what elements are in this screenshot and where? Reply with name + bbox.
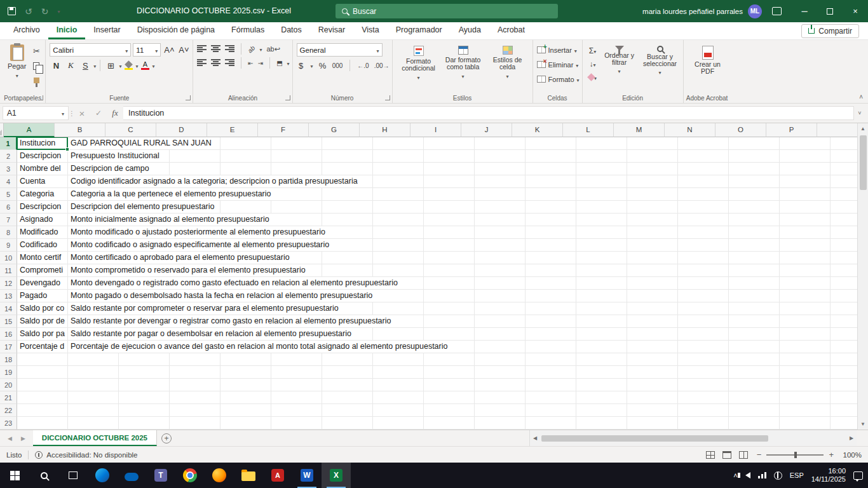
merge-center-icon[interactable]: ⬒ [276, 60, 282, 67]
row-header-7[interactable]: 7 [0, 214, 17, 226]
comma-format-button[interactable]: 000 [332, 62, 343, 69]
page-break-view-button[interactable] [739, 451, 748, 459]
row-header-12[interactable]: 12 [0, 277, 17, 290]
row-cells-17[interactable]: Porcentaje dPorcentaje de ejecucion o av… [17, 341, 868, 353]
row-header-10[interactable]: 10 [0, 252, 17, 264]
borders-button[interactable]: ⊞ [104, 59, 117, 72]
sort-filter-button[interactable]: Ordenar y filtrar [599, 43, 640, 75]
column-header-H[interactable]: H [360, 123, 410, 137]
wrap-text-icon[interactable]: ab↩ [267, 45, 280, 53]
cell-B16[interactable]: Saldo restante por pagar o desembolsar e… [68, 328, 354, 340]
format-painter-button[interactable] [30, 74, 43, 86]
row-cells-7[interactable]: AsignadoMonto inicialmente asignado al e… [17, 214, 868, 226]
globe-icon[interactable] [774, 471, 782, 480]
enter-button[interactable] [90, 106, 107, 120]
task-view-button[interactable] [58, 463, 88, 488]
tab-fórmulas[interactable]: Fórmulas [223, 22, 273, 39]
cell-A2[interactable]: Descripcion [17, 150, 67, 162]
cell-A6[interactable]: Descripcion [17, 201, 67, 213]
cell-A4[interactable]: Cuenta [17, 175, 67, 187]
file-explorer-button[interactable] [234, 463, 263, 488]
cell-A15[interactable]: Saldo por de [17, 315, 67, 327]
cell-A3[interactable]: Nombre del [17, 163, 67, 175]
tab-ayuda[interactable]: Ayuda [451, 22, 489, 39]
cut-button[interactable] [30, 45, 43, 57]
column-header-A[interactable]: A [4, 123, 55, 137]
tab-revisar[interactable]: Revisar [310, 22, 353, 39]
underline-dropdown-icon[interactable] [93, 61, 96, 70]
vertical-scroll-thumb[interactable] [860, 135, 867, 190]
column-header-O[interactable]: O [715, 123, 766, 137]
tab-vista[interactable]: Vista [353, 22, 388, 39]
cell-A5[interactable]: Categoria [17, 188, 67, 200]
vertical-scrollbar[interactable]: ▲ ▼ [857, 123, 868, 430]
row-header-1[interactable]: 1 [0, 137, 17, 150]
scroll-left-icon[interactable]: ◀ [530, 435, 540, 441]
font-size-select[interactable]: 11 [133, 43, 161, 57]
row-cells-13[interactable]: PagadoMonto pagado o desembolsado hasta … [17, 290, 868, 302]
font-dialog-launcher-icon[interactable] [186, 95, 191, 100]
column-header-N[interactable]: N [665, 123, 715, 137]
chrome-button[interactable] [175, 463, 205, 488]
currency-format-button[interactable]: $ [297, 59, 306, 72]
cell-A9[interactable]: Codificado [17, 239, 67, 251]
underline-button[interactable]: S [79, 59, 92, 72]
row-header-15[interactable]: 15 [0, 315, 17, 328]
cell-B7[interactable]: Monto inicialmente asignado al elemento … [68, 214, 272, 226]
alignment-dialog-launcher-icon[interactable] [285, 95, 290, 100]
row-cells-14[interactable]: Saldo por coSaldo restante por compromet… [17, 302, 868, 315]
column-header-C[interactable]: C [105, 123, 156, 137]
bold-button[interactable]: N [50, 59, 62, 72]
word-button[interactable]: W [292, 463, 322, 488]
volume-icon[interactable] [745, 472, 750, 478]
fill-color-button[interactable] [123, 62, 133, 70]
ribbon-display-options-icon[interactable] [772, 7, 782, 15]
row-header-14[interactable]: 14 [0, 302, 17, 315]
close-button[interactable]: × [843, 0, 868, 22]
row-cells-20[interactable] [17, 379, 868, 391]
format-cells-button[interactable]: Formato [537, 72, 580, 86]
accessibility-status[interactable]: Accesibilidad: No disponible [46, 451, 137, 459]
align-center-icon[interactable] [211, 59, 220, 67]
delete-cells-button[interactable]: Eliminar [537, 58, 579, 71]
increase-indent-icon[interactable]: ⇥ [258, 60, 263, 67]
cell-B11[interactable]: Monto comprometido o reservado para el e… [68, 264, 308, 276]
zoom-in-button[interactable]: + [829, 450, 834, 459]
scroll-right-icon[interactable]: ▶ [846, 435, 857, 441]
row-header-3[interactable]: 3 [0, 163, 17, 175]
cell-A13[interactable]: Pagado [17, 290, 67, 302]
sheet-tab-active[interactable]: DICCIONARIO OCTUBRE 2025 [33, 430, 157, 446]
normal-view-button[interactable] [706, 451, 715, 459]
create-pdf-button[interactable]: Crear un PDF [688, 43, 728, 75]
taskbar-search-button[interactable] [29, 463, 58, 488]
row-cells-11[interactable]: ComprometiMonto comprometido o reservado… [17, 264, 868, 277]
cell-B2[interactable]: Presupuesto Institucional [68, 150, 162, 162]
cell-A17[interactable]: Porcentaje d [17, 341, 67, 353]
horizontal-scrollbar[interactable]: ◀ ▶ [529, 430, 857, 446]
row-header-23[interactable]: 23 [0, 417, 17, 430]
decrease-font-icon[interactable]: A˅ [177, 44, 190, 57]
clipboard-dialog-launcher-icon[interactable] [38, 95, 43, 100]
row-header-8[interactable]: 8 [0, 226, 17, 239]
restore-button[interactable] [817, 0, 843, 22]
row-cells-21[interactable] [17, 391, 868, 404]
onedrive-button[interactable] [117, 463, 146, 488]
network-icon[interactable] [758, 472, 766, 478]
paste-button[interactable]: Pegar [4, 43, 30, 80]
prev-sheet-icon[interactable]: ◀ [8, 435, 12, 442]
row-header-22[interactable]: 22 [0, 404, 17, 417]
tab-programador[interactable]: Programador [388, 22, 451, 39]
row-cells-6[interactable]: DescripcionDescripcion del elemento pres… [17, 201, 868, 214]
row-cells-5[interactable]: CategoriaCategoria a la que pertenece el… [17, 188, 868, 201]
collapse-ribbon-button[interactable]: ˄ [859, 93, 863, 100]
share-button[interactable]: Compartir [801, 24, 859, 38]
row-header-21[interactable]: 21 [0, 391, 17, 404]
cell-A1[interactable]: Institucion [17, 137, 67, 149]
scroll-up-icon[interactable]: ▲ [858, 123, 868, 134]
column-header-B[interactable]: B [55, 123, 105, 137]
orientation-icon[interactable]: ab [247, 44, 257, 54]
row-header-11[interactable]: 11 [0, 264, 17, 277]
cell-B3[interactable]: Descripcion de campo [68, 163, 152, 175]
format-as-table-button[interactable]: Dar formato como tabla [441, 43, 485, 80]
firefox-button[interactable] [205, 463, 234, 488]
